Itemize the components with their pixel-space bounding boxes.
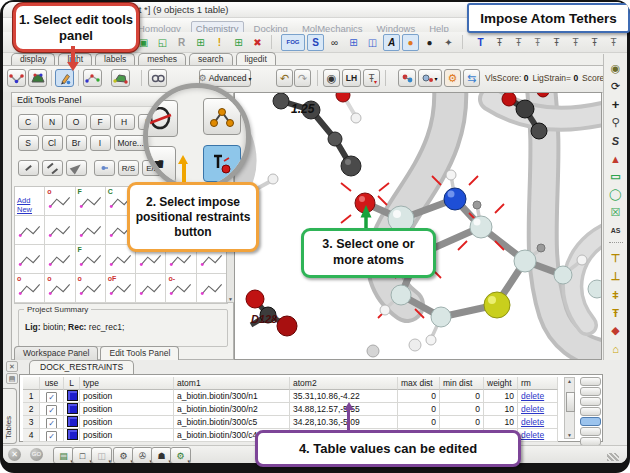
record-view-icon[interactable]: ◉ bbox=[607, 60, 624, 77]
pin-table-button[interactable]: ▤ bbox=[6, 373, 18, 384]
element-button[interactable]: C bbox=[18, 114, 39, 130]
modify-group-button[interactable] bbox=[111, 69, 130, 87]
atom-label-toggle[interactable]: A bbox=[383, 34, 400, 51]
table-tool-button[interactable] bbox=[580, 427, 601, 436]
cell-max-dist[interactable]: 0 bbox=[398, 403, 440, 416]
fragment-cell[interactable]: o bbox=[76, 274, 106, 303]
render-settings-button[interactable]: ⚙▾ bbox=[170, 447, 191, 463]
center-view-button[interactable]: ◉ bbox=[323, 69, 340, 87]
wedge-bond-button[interactable] bbox=[66, 160, 87, 176]
fragment-cell[interactable]: F bbox=[76, 245, 106, 274]
sulfur-atom[interactable] bbox=[484, 292, 510, 318]
carbon-atom[interactable] bbox=[514, 250, 536, 272]
fan-restraint-icon[interactable]: ◆ bbox=[607, 322, 624, 339]
table-tool-button[interactable] bbox=[580, 387, 601, 396]
table-scrollbar[interactable]: ▲ ▼ bbox=[564, 377, 575, 439]
cell-max-dist[interactable]: 0 bbox=[398, 390, 440, 403]
edit-tools-panel-button[interactable] bbox=[55, 69, 74, 87]
element-button[interactable]: Cl bbox=[42, 135, 63, 151]
hydrogen-atom[interactable] bbox=[577, 255, 587, 265]
link-selection-icon[interactable]: ⊞ bbox=[192, 34, 209, 51]
hydrogen-atom[interactable] bbox=[473, 201, 481, 209]
use-checkbox[interactable] bbox=[46, 431, 57, 442]
col-rm[interactable]: rm bbox=[518, 377, 558, 390]
tether-icon-1[interactable]: Ŧ bbox=[491, 34, 508, 51]
rs-stereo-button[interactable]: R/S bbox=[118, 160, 139, 176]
double-bond-button[interactable] bbox=[42, 160, 63, 176]
table-row[interactable]: 2 position a_biotin.biotin/300/n2 34.88,… bbox=[23, 403, 558, 416]
table-row[interactable]: 3 position a_biotin.biotin/300/c5 34.28,… bbox=[23, 416, 558, 429]
col-max-d[interactable]: max dist bbox=[398, 377, 440, 390]
col-weight[interactable]: weight bbox=[484, 377, 518, 390]
impose-angle-restraints-button[interactable] bbox=[203, 98, 241, 135]
black-sphere-icon[interactable]: ● bbox=[421, 34, 438, 51]
scroll-up-icon[interactable]: ▲ bbox=[565, 378, 574, 384]
tether-pull-icon[interactable]: Ŧ bbox=[607, 304, 624, 321]
single-bond-button[interactable] bbox=[18, 160, 39, 176]
zoom-icon[interactable]: ⚲ bbox=[607, 114, 624, 131]
undo-button[interactable]: ↶ bbox=[276, 69, 293, 87]
view-tab[interactable]: meshes bbox=[138, 53, 186, 65]
sketch-molecule-button[interactable] bbox=[7, 69, 26, 87]
carbon-atom[interactable] bbox=[588, 280, 601, 298]
carbon-atom[interactable] bbox=[391, 285, 411, 305]
element-button[interactable]: H bbox=[114, 114, 135, 130]
grid-selection-icon[interactable]: ⊞ bbox=[230, 34, 247, 51]
scrollbar-thumb[interactable] bbox=[566, 392, 575, 412]
duplicate-view-icon[interactable]: ◫ bbox=[364, 34, 381, 51]
fragment-cell[interactable]: o bbox=[15, 274, 45, 303]
cell-min-dist[interactable]: 0 bbox=[440, 390, 484, 403]
magic-wand-icon[interactable]: ✦ bbox=[440, 34, 457, 51]
add-new-link[interactable]: Add New bbox=[17, 196, 44, 214]
slab-toggle[interactable]: S bbox=[307, 34, 324, 51]
split-view-button[interactable]: ◫▾ bbox=[91, 447, 112, 463]
element-button[interactable]: Br bbox=[66, 135, 87, 151]
table-tab-dock-restraints[interactable]: DOCK_RESTRAINTS bbox=[29, 360, 134, 374]
tether-strong-icon[interactable]: T bbox=[472, 34, 489, 51]
lh-button[interactable]: LH bbox=[342, 69, 361, 87]
select-toggle-icon[interactable]: ☒ bbox=[607, 204, 624, 221]
scroll-down-icon[interactable]: ▼ bbox=[565, 432, 574, 438]
element-button[interactable]: O bbox=[66, 114, 87, 130]
view-tab[interactable]: display bbox=[11, 53, 55, 65]
col-min-d[interactable]: min dist bbox=[440, 377, 484, 390]
select-pocket-button[interactable]: ▾ bbox=[418, 69, 442, 87]
table-tool-button[interactable] bbox=[580, 377, 601, 386]
pick-atom-icon[interactable]: ▲ bbox=[607, 150, 624, 167]
use-checkbox[interactable] bbox=[46, 392, 57, 403]
fragment-cell[interactable] bbox=[15, 245, 45, 274]
col-atom1[interactable]: atom1 bbox=[174, 377, 290, 390]
resize-grip[interactable] bbox=[607, 453, 619, 461]
tether-icon-3[interactable]: Ŧ bbox=[529, 34, 546, 51]
edit-molecule-button[interactable] bbox=[28, 69, 47, 87]
scroll-down-icon[interactable]: ▼ bbox=[227, 296, 234, 302]
cell-weight[interactable]: 10 bbox=[484, 390, 518, 403]
select-lasso-icon[interactable]: ◯ bbox=[607, 186, 624, 203]
cell-atom2[interactable]: 34.28,10.36,-5.09 bbox=[290, 416, 398, 429]
col-type[interactable]: type bbox=[80, 377, 174, 390]
cell-type[interactable]: position bbox=[80, 429, 174, 442]
cell-weight[interactable]: 10 bbox=[484, 403, 518, 416]
warning-icon[interactable]: ! bbox=[211, 34, 228, 51]
hydrogen-atom[interactable] bbox=[537, 244, 545, 252]
hydrogen-atom[interactable] bbox=[446, 170, 456, 180]
movie-button[interactable]: ✇▾ bbox=[132, 447, 153, 463]
carbon-atom[interactable] bbox=[470, 216, 492, 238]
window-layout-button[interactable]: □▾ bbox=[72, 447, 93, 463]
cell-min-dist[interactable]: 0 bbox=[440, 416, 484, 429]
fragment-cell-add-new[interactable]: Add New bbox=[15, 187, 45, 216]
tether-tool-button[interactable]: Ŧ▾ bbox=[363, 69, 380, 87]
col-use[interactable]: use bbox=[40, 377, 64, 390]
residue-label-icon[interactable]: R bbox=[173, 34, 190, 51]
rotate-icon[interactable]: ⟳ bbox=[607, 78, 624, 95]
separator[interactable] bbox=[271, 35, 276, 49]
element-button[interactable]: F bbox=[90, 114, 111, 130]
add-fragment-button[interactable] bbox=[83, 69, 102, 87]
cell-type[interactable]: position bbox=[80, 390, 174, 403]
cell-min-dist[interactable]: 0 bbox=[440, 403, 484, 416]
cell-type[interactable]: position bbox=[80, 403, 174, 416]
redo-button[interactable]: ↷ bbox=[294, 69, 311, 87]
table-tool-button[interactable] bbox=[580, 397, 601, 406]
fragment-cell[interactable]: oF bbox=[106, 274, 136, 303]
hydrogen-atom[interactable] bbox=[426, 335, 436, 345]
